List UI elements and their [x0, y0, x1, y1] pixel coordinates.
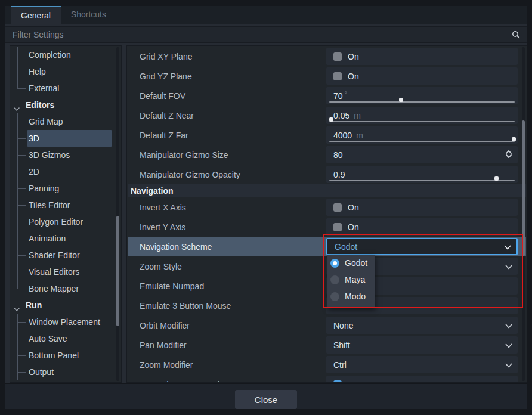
sidebar-item-auto-save[interactable]: Auto Save	[11, 330, 120, 347]
inspector-scrollbar[interactable]	[522, 47, 525, 381]
checkbox[interactable]	[333, 52, 342, 61]
sidebar-item-label: Output	[11, 367, 54, 377]
setting-value-navigation-scheme[interactable]: Godot	[326, 238, 518, 255]
setting-value-invert-x-axis[interactable]: On	[326, 199, 518, 216]
unit-suffix: °	[345, 90, 347, 97]
settings-category-tree: CompletionHelpExternalEditorsGrid Map3D3…	[10, 45, 122, 383]
slider-handle[interactable]	[512, 137, 516, 141]
radio-icon	[330, 292, 339, 301]
sidebar-item-animation[interactable]: Animation	[11, 230, 120, 247]
chevron-down-icon[interactable]	[504, 242, 511, 252]
setting-label: Grid YZ Plane	[128, 66, 326, 86]
sidebar-item-polygon-editor[interactable]: Polygon Editor	[11, 213, 120, 230]
sidebar-item-external[interactable]: External	[11, 80, 120, 97]
sidebar-item-2d[interactable]: 2D	[11, 163, 120, 180]
sidebar-item-3d-gizmos[interactable]: 3D Gizmos	[11, 147, 120, 163]
slider-handle[interactable]	[399, 98, 403, 102]
sidebar-item-label: Polygon Editor	[11, 217, 83, 227]
tab-shortcuts[interactable]: Shortcuts	[61, 6, 116, 24]
slider-value: 70	[333, 91, 343, 101]
setting-value-zoom-modifier[interactable]: Ctrl	[326, 356, 518, 373]
sidebar-item-label: Bone Mapper	[11, 284, 79, 293]
slider-track[interactable]	[329, 180, 515, 181]
sidebar-item-label: Animation	[11, 234, 66, 243]
sidebar-item-editors[interactable]: Editors	[11, 97, 120, 113]
filter-settings-bar[interactable]	[5, 26, 527, 43]
setting-value-orbit-modifier[interactable]: None	[326, 317, 518, 334]
setting-row-warped-mouse-panning: Warped Mouse Panning✓	[128, 374, 526, 382]
sidebar-item-visual-editors[interactable]: Visual Editors	[11, 264, 120, 280]
setting-label: Default Z Far	[128, 125, 326, 145]
checkbox[interactable]	[333, 223, 342, 231]
dialog-body: GeneralShortcuts CompletionHelpExternalE…	[5, 6, 527, 409]
slider-track[interactable]	[329, 101, 515, 103]
dropdown-value: Ctrl	[333, 360, 347, 370]
sidebar-item-run[interactable]: Run	[11, 297, 120, 314]
sidebar-item-window-placement[interactable]: Window Placement	[11, 314, 120, 330]
editor-settings-dialog: GeneralShortcuts CompletionHelpExternalE…	[0, 0, 532, 415]
setting-value-default-z-near[interactable]: 0.05m	[326, 107, 518, 124]
dropdown-option-godot[interactable]: Godot	[327, 255, 375, 271]
sidebar-item-output[interactable]: Output	[11, 364, 120, 380]
setting-row-grid-xy-plane: Grid XY PlaneOn	[128, 47, 526, 66]
sidebar-item-3d[interactable]: 3D	[11, 130, 120, 147]
setting-value-warped-mouse-panning[interactable]: ✓	[326, 376, 518, 382]
sidebar-item-label: Visual Editors	[11, 267, 79, 277]
setting-row-manipulator-gizmo-opacity: Manipulator Gizmo Opacity0.9	[128, 165, 526, 184]
sidebar-item-completion[interactable]: Completion	[11, 47, 120, 63]
dropdown-option-modo[interactable]: Modo	[327, 288, 375, 305]
setting-value-manipulator-gizmo-opacity[interactable]: 0.9	[326, 166, 518, 183]
slider-value: 0.9	[333, 170, 345, 179]
setting-value-invert-y-axis[interactable]: On	[326, 218, 518, 236]
setting-label: Invert Y Axis	[128, 217, 326, 237]
slider-track[interactable]	[329, 141, 515, 142]
sidebar-item-label: Bottom Panel	[11, 351, 79, 360]
inspector-scrollbar-thumb[interactable]	[522, 120, 525, 256]
sidebar-item-label: 3D	[11, 134, 39, 143]
sidebar-item-help[interactable]: Help	[11, 63, 120, 80]
checkbox[interactable]	[333, 72, 342, 80]
tab-general[interactable]: General	[11, 6, 61, 24]
setting-row-pan-modifier: Pan ModifierShift	[128, 335, 526, 355]
checkbox[interactable]: ✓	[333, 380, 342, 382]
sidebar-item-shader-editor[interactable]: Shader Editor	[11, 247, 120, 264]
setting-value-pan-modifier[interactable]: Shift	[326, 336, 518, 354]
close-button[interactable]: Close	[235, 390, 297, 409]
setting-value-default-fov[interactable]: 70°	[326, 87, 518, 104]
sidebar-item-bone-mapper[interactable]: Bone Mapper	[11, 280, 120, 297]
setting-row-manipulator-gizmo-size: Manipulator Gizmo Size80	[128, 145, 526, 165]
filter-settings-input[interactable]	[11, 29, 512, 40]
chevron-down-icon[interactable]	[505, 360, 512, 370]
checkbox[interactable]	[333, 203, 342, 212]
slider-handle[interactable]	[329, 117, 333, 122]
setting-row-invert-x-axis: Invert X AxisOn	[128, 197, 526, 217]
setting-label: Orbit Modifier	[128, 315, 326, 335]
sidebar-item-tiles-editor[interactable]: Tiles Editor	[11, 197, 120, 213]
checkbox-label: On	[348, 222, 359, 232]
dropdown-option-label: Maya	[345, 275, 365, 284]
dropdown-option-maya[interactable]: Maya	[327, 271, 375, 288]
slider-value: 0.05	[333, 111, 349, 120]
radio-icon	[330, 259, 339, 268]
chevron-down-icon[interactable]	[505, 340, 512, 350]
dropdown-value: None	[333, 321, 353, 330]
setting-value-grid-yz-plane[interactable]: On	[326, 67, 518, 85]
chevron-down-icon[interactable]	[505, 262, 512, 271]
sidebar-item-bottom-panel[interactable]: Bottom Panel	[11, 347, 120, 364]
sidebar-item-label: Tiles Editor	[11, 200, 70, 210]
setting-label: Default Z Near	[128, 106, 326, 125]
sidebar-item-panning[interactable]: Panning	[11, 180, 120, 197]
setting-value-manipulator-gizmo-size[interactable]: 80	[326, 146, 518, 163]
slider-handle[interactable]	[494, 176, 499, 181]
sidebar-scrollbar[interactable]	[116, 47, 119, 381]
setting-value-default-z-far[interactable]: 4000m	[326, 126, 518, 144]
sidebar-item-label: External	[11, 83, 59, 93]
sidebar-scrollbar-thumb[interactable]	[116, 216, 119, 326]
setting-row-zoom-modifier: Zoom ModifierCtrl	[128, 355, 526, 374]
chevron-down-icon[interactable]	[505, 321, 512, 330]
tree-selection-highlight	[27, 130, 112, 147]
setting-value-grid-xy-plane[interactable]: On	[326, 48, 518, 65]
updown-arrows-icon[interactable]	[505, 150, 512, 160]
slider-track[interactable]	[329, 121, 515, 122]
sidebar-item-grid-map[interactable]: Grid Map	[11, 113, 120, 130]
